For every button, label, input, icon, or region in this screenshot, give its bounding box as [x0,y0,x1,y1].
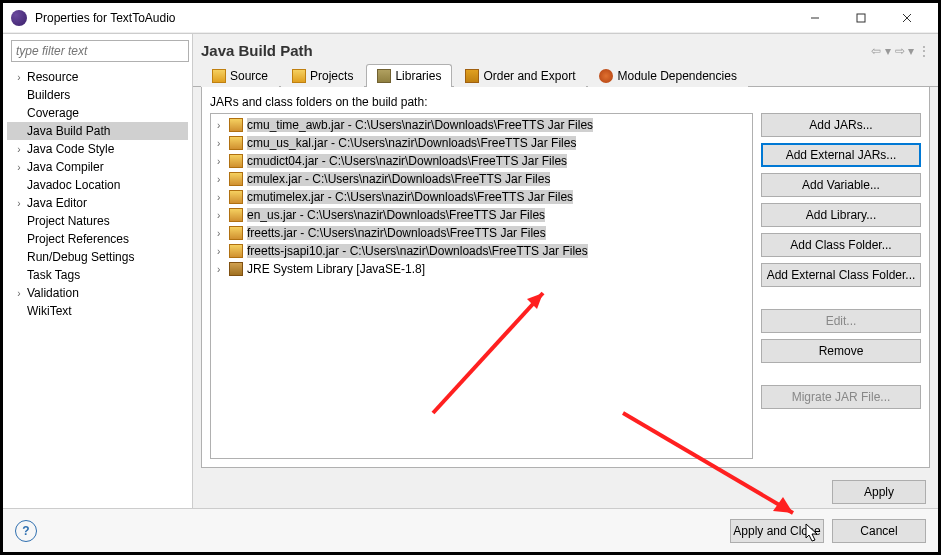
eclipse-icon [11,10,27,26]
apply-and-close-button[interactable]: Apply and Close [730,519,824,543]
tab-label: Module Dependencies [617,69,736,83]
page-title: Java Build Path [201,42,313,59]
tab-libraries[interactable]: Libraries [366,64,452,87]
module-icon [599,69,613,83]
footer: ? Apply and Close Cancel [3,508,938,552]
jar-entry[interactable]: ›freetts.jar - C:\Users\nazir\Downloads\… [213,224,750,242]
nav-item[interactable]: Task Tags [7,266,188,284]
remove-button[interactable]: Remove [761,339,921,363]
expander-icon: › [13,198,25,209]
jar-icon [229,208,243,222]
nav-item-label: Java Editor [25,196,87,210]
side-buttons: Add JARs... Add External JARs... Add Var… [761,113,921,459]
nav-item[interactable]: Run/Debug Settings [7,248,188,266]
tabs: SourceProjectsLibrariesOrder and ExportM… [193,63,938,87]
expander-icon: › [217,228,229,239]
jar-icon [229,226,243,240]
nav-item[interactable]: Builders [7,86,188,104]
nav-item-label: Validation [25,286,79,300]
add-variable-button[interactable]: Add Variable... [761,173,921,197]
content-row: ›cmu_time_awb.jar - C:\Users\nazir\Downl… [210,113,921,459]
jar-icon [229,154,243,168]
add-jars-button[interactable]: Add JARs... [761,113,921,137]
forward-icon[interactable]: ⇨ ▾ [895,44,914,58]
jar-icon [229,136,243,150]
add-external-class-folder-button[interactable]: Add External Class Folder... [761,263,921,287]
expander-icon: › [13,144,25,155]
nav-item[interactable]: Project Natures [7,212,188,230]
nav-item[interactable]: ›Java Code Style [7,140,188,158]
jar-entry[interactable]: ›cmudict04.jar - C:\Users\nazir\Download… [213,152,750,170]
tab-label: Source [230,69,268,83]
nav-item-label: WikiText [25,304,72,318]
nav-icons: ⇦ ▾ ⇨ ▾ ⋮ [871,44,930,58]
list-label: JARs and class folders on the build path… [210,95,921,109]
entry-label: cmudict04.jar - C:\Users\nazir\Downloads… [247,154,567,168]
maximize-button[interactable] [838,3,884,33]
jar-icon [229,172,243,186]
expander-icon: › [217,192,229,203]
jre-entry[interactable]: ›JRE System Library [JavaSE-1.8] [213,260,750,278]
minimize-button[interactable] [792,3,838,33]
nav-item[interactable]: ›Java Compiler [7,158,188,176]
nav-item-label: Task Tags [25,268,80,282]
nav-item[interactable]: WikiText [7,302,188,320]
nav-item[interactable]: Javadoc Location [7,176,188,194]
expander-icon: › [217,264,229,275]
nav-tree[interactable]: ›ResourceBuildersCoverageJava Build Path… [7,68,188,320]
library-icon [229,262,243,276]
entry-label: en_us.jar - C:\Users\nazir\Downloads\Fre… [247,208,545,222]
tab-order-and-export[interactable]: Order and Export [454,64,586,87]
main-header: Java Build Path ⇦ ▾ ⇨ ▾ ⋮ [193,34,938,63]
menu-icon[interactable]: ⋮ [918,44,930,58]
entry-label: freetts-jsapi10.jar - C:\Users\nazir\Dow… [247,244,588,258]
tab-label: Libraries [395,69,441,83]
nav-item-label: Resource [25,70,78,84]
jar-entry[interactable]: ›freetts-jsapi10.jar - C:\Users\nazir\Do… [213,242,750,260]
libraries-icon [377,69,391,83]
libraries-tab-content: JARs and class folders on the build path… [201,87,930,468]
projects-icon [292,69,306,83]
jar-icon [229,244,243,258]
nav-item[interactable]: Java Build Path [7,122,188,140]
window-title: Properties for TextToAudio [35,11,792,25]
add-library-button[interactable]: Add Library... [761,203,921,227]
tab-label: Projects [310,69,353,83]
nav-item-label: Java Code Style [25,142,114,156]
close-button[interactable] [884,3,930,33]
expander-icon: › [13,288,25,299]
jar-entry[interactable]: ›cmulex.jar - C:\Users\nazir\Downloads\F… [213,170,750,188]
add-external-jars-button[interactable]: Add External JARs... [761,143,921,167]
nav-item-label: Project References [25,232,129,246]
nav-item[interactable]: ›Java Editor [7,194,188,212]
nav-item-label: Javadoc Location [25,178,120,192]
cancel-button[interactable]: Cancel [832,519,926,543]
jar-entry[interactable]: ›en_us.jar - C:\Users\nazir\Downloads\Fr… [213,206,750,224]
nav-item[interactable]: ›Validation [7,284,188,302]
tab-module-dependencies[interactable]: Module Dependencies [588,64,747,87]
tab-source[interactable]: Source [201,64,279,87]
nav-item-label: Java Build Path [25,124,110,138]
jar-entry[interactable]: ›cmu_time_awb.jar - C:\Users\nazir\Downl… [213,116,750,134]
jar-icon [229,190,243,204]
nav-item-label: Run/Debug Settings [25,250,134,264]
back-icon[interactable]: ⇦ ▾ [871,44,890,58]
add-class-folder-button[interactable]: Add Class Folder... [761,233,921,257]
source-icon [212,69,226,83]
jar-entry[interactable]: ›cmutimelex.jar - C:\Users\nazir\Downloa… [213,188,750,206]
tab-projects[interactable]: Projects [281,64,364,87]
footer-buttons: Apply and Close Cancel [730,519,926,543]
jar-entry[interactable]: ›cmu_us_kal.jar - C:\Users\nazir\Downloa… [213,134,750,152]
jar-list[interactable]: ›cmu_time_awb.jar - C:\Users\nazir\Downl… [210,113,753,459]
expander-icon: › [217,138,229,149]
nav-item[interactable]: Project References [7,230,188,248]
nav-item[interactable]: Coverage [7,104,188,122]
nav-item[interactable]: ›Resource [7,68,188,86]
filter-input[interactable] [11,40,189,62]
apply-button[interactable]: Apply [832,480,926,504]
dialog-body: ›ResourceBuildersCoverageJava Build Path… [3,33,938,508]
titlebar: Properties for TextToAudio [3,3,938,33]
help-icon[interactable]: ? [15,520,37,542]
entry-label: cmu_us_kal.jar - C:\Users\nazir\Download… [247,136,576,150]
migrate-jar-button: Migrate JAR File... [761,385,921,409]
